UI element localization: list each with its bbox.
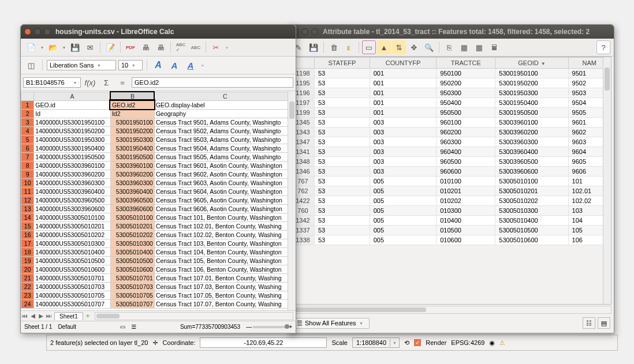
cell[interactable]: 1400000US53003960500 (34, 196, 111, 204)
print-direct-icon[interactable]: 🖶 (139, 40, 152, 54)
cell[interactable]: 53005010100 (110, 213, 154, 222)
attr-cell[interactable]: 003 (370, 118, 437, 127)
cell[interactable]: 53003960400 (110, 187, 154, 196)
calc-vscrollbar[interactable] (288, 91, 296, 310)
cell[interactable]: Geography (154, 109, 295, 118)
col-header[interactable]: A (34, 92, 111, 100)
cell[interactable]: 1400000US53005010400 (34, 247, 111, 256)
cell[interactable]: GEO.id2 (110, 100, 154, 109)
attr-cell[interactable]: 53005010400 (495, 216, 568, 226)
attr-cell[interactable]: 53003960500 (495, 157, 568, 167)
cell[interactable]: Census Tract 9601, Asotin County, Washin… (154, 161, 295, 170)
sum-indicator[interactable]: Sum=77335700903453 (180, 324, 240, 330)
attr-cell[interactable]: 53 (315, 118, 370, 127)
zoom-to-selected-icon[interactable]: 🔍 (422, 40, 436, 54)
row-header[interactable]: 1 (21, 100, 34, 109)
cell[interactable]: 53003960600 (110, 204, 154, 213)
row-header[interactable]: 5 (21, 135, 34, 144)
cell[interactable]: 53001950400 (110, 144, 154, 152)
attr-cell[interactable]: 950500 (437, 108, 495, 118)
cell[interactable]: 1400000US53003960400 (34, 187, 111, 196)
row-header[interactable]: 10 (21, 178, 34, 187)
cell[interactable]: 53003960300 (110, 178, 154, 187)
cell[interactable]: 1400000US53001950300 (34, 135, 111, 144)
attr-cell[interactable]: 53 (315, 78, 370, 88)
cell[interactable]: Census Tract 107.05, Benton County, Wash… (154, 291, 295, 299)
cell[interactable]: 53003960200 (110, 170, 154, 178)
attr-cell[interactable]: 005 (370, 177, 437, 186)
formula-input[interactable]: GEO.id2 (132, 77, 293, 88)
attr-cell[interactable]: 010500 (437, 226, 495, 235)
attr-cell[interactable]: 53 (315, 235, 370, 245)
cut-icon[interactable]: ✂ (209, 40, 223, 54)
email-icon[interactable]: ✉ (83, 40, 97, 54)
cell[interactable]: 1400000US53003960300 (34, 178, 111, 187)
minimize-icon[interactable] (301, 28, 308, 35)
copy-rows-icon[interactable]: ⎘ (442, 40, 456, 54)
attr-cell[interactable]: 003 (370, 167, 437, 177)
pan-to-selected-icon[interactable]: ✥ (407, 40, 421, 54)
row-header[interactable]: 6 (21, 144, 34, 152)
cell[interactable]: Census Tract 9503, Adams County, Washing… (154, 135, 295, 144)
attr-cell[interactable]: 53003960400 (495, 147, 568, 157)
refresh-icon[interactable]: ⟲ (404, 339, 409, 347)
attr-cell[interactable]: 53 (315, 137, 370, 147)
attr-cell[interactable]: 53005010201 (495, 186, 568, 196)
warning-icon[interactable]: ⚠ (499, 339, 505, 347)
row-header[interactable]: 23 (21, 291, 34, 299)
crs-label[interactable]: EPSG:4269 (451, 339, 484, 346)
row-header[interactable]: 21 (21, 273, 34, 282)
cell[interactable]: Census Tract 101, Benton County, Washing… (154, 213, 295, 222)
attr-cell[interactable]: 010300 (437, 206, 495, 216)
row-header[interactable]: 12 (21, 196, 34, 204)
attr-cell[interactable]: 003 (370, 127, 437, 137)
save-edits-icon[interactable]: 💾 (307, 40, 320, 54)
cell[interactable]: 1400000US53005010705 (34, 291, 111, 299)
cell[interactable]: 53001950100 (110, 118, 154, 126)
attr-col-header[interactable]: STATEFP (315, 58, 370, 69)
attr-cell[interactable]: 53 (315, 177, 370, 186)
cell[interactable]: Census Tract 102.02, Benton County, Wash… (154, 230, 295, 239)
deselect-all-icon[interactable]: ▭ (362, 40, 376, 54)
sum-icon[interactable]: Σ (99, 76, 113, 89)
invert-selection-icon[interactable]: ⇅ (392, 40, 406, 54)
attr-cell[interactable]: 001 (370, 69, 437, 78)
cell[interactable]: Census Tract 107.03, Benton County, Wash… (154, 282, 295, 291)
row-header[interactable]: 18 (21, 247, 34, 256)
attr-cell[interactable]: 950200 (437, 78, 495, 88)
form-view-icon[interactable]: ☷ (583, 317, 595, 329)
spellcheck-icon[interactable]: ABC✓ (174, 40, 188, 54)
cell[interactable]: 1400000US53005010201 (34, 222, 111, 230)
cell[interactable]: Census Tract 9602, Asotin County, Washin… (154, 170, 295, 178)
attr-table-area[interactable]: STATEFPCOUNTYFPTRACTCEGEOID▼NAM 11985300… (290, 57, 611, 305)
attr-cell[interactable]: 005 (370, 186, 437, 196)
cell[interactable]: Census Tract 9605, Asotin County, Washin… (154, 196, 295, 204)
attr-cell[interactable]: 010100 (437, 177, 495, 186)
cell[interactable]: GEO.display-label (154, 100, 295, 109)
col-header[interactable]: B (110, 92, 154, 100)
attr-cell[interactable]: 53 (315, 186, 370, 196)
cell[interactable]: 1400000US53005010707 (34, 299, 111, 308)
cell[interactable]: 1400000US53005010300 (34, 239, 111, 247)
attr-cell[interactable]: 950100 (437, 69, 495, 78)
attr-vscrollbar[interactable] (603, 57, 611, 304)
minimize-icon[interactable] (34, 28, 41, 35)
cell[interactable]: 1400000US53005010100 (34, 213, 111, 222)
cell[interactable]: 53005010201 (110, 222, 154, 230)
cell[interactable]: 1400000US53005010600 (34, 265, 111, 273)
attr-cell[interactable]: 003 (370, 147, 437, 157)
row-header[interactable]: 20 (21, 265, 34, 273)
table-view-icon[interactable]: ▤ (598, 317, 610, 329)
cell[interactable]: 1400000US53003960200 (34, 170, 111, 178)
cell[interactable]: 53005010300 (110, 239, 154, 247)
row-header[interactable]: 9 (21, 170, 34, 178)
log-icon[interactable]: ◉ (489, 339, 495, 347)
col-header[interactable]: C (154, 92, 295, 100)
delete-column-icon[interactable]: ▦ (457, 40, 471, 54)
attr-cell[interactable]: 53 (315, 98, 370, 108)
attr-cell[interactable]: 53 (315, 108, 370, 118)
attr-cell[interactable]: 53001950200 (495, 78, 568, 88)
cell[interactable]: Census Tract 107.01, Benton County, Wash… (154, 273, 295, 282)
cell[interactable]: Census Tract 105, Benton County, Washing… (154, 256, 295, 265)
attr-cell[interactable]: 010400 (437, 216, 495, 226)
